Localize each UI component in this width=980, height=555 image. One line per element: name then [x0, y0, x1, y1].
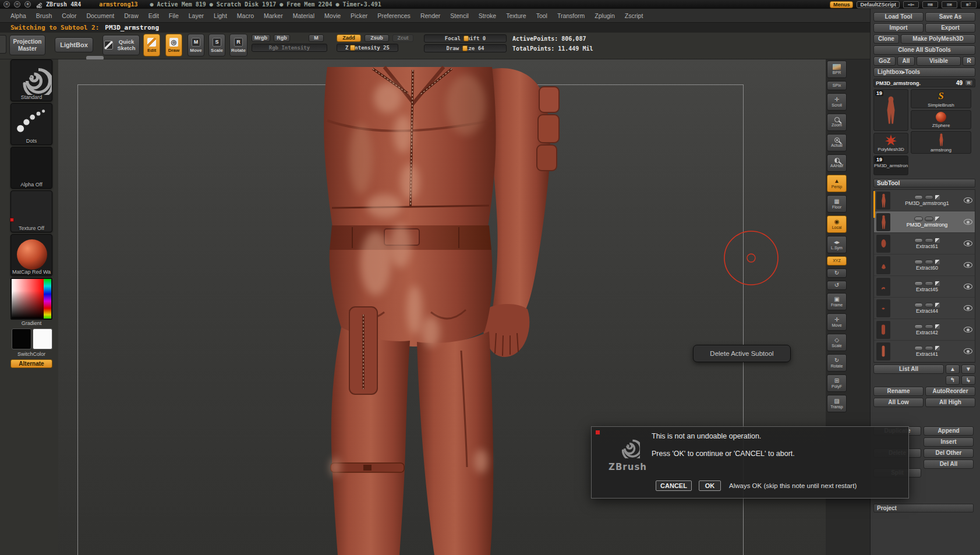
paint-brush-icon[interactable]	[935, 195, 940, 200]
draw-button[interactable]: Draw	[165, 34, 182, 56]
tool-r-button[interactable]: R	[965, 80, 973, 86]
current-tool-header[interactable]: PM3D_armstrong. 49 R	[873, 79, 975, 87]
spix-button[interactable]: SPix	[827, 81, 847, 90]
draw-size-slider[interactable]: Draw Size 64	[424, 44, 507, 52]
polypaint-toggle-icon[interactable]	[914, 281, 923, 286]
projection-master-button[interactable]: Projection Master	[9, 35, 45, 55]
visibility-eye-icon[interactable]	[964, 305, 972, 311]
menu-render[interactable]: Render	[420, 12, 440, 19]
rotate-button[interactable]: Rotate	[229, 34, 247, 56]
hue-strip[interactable]	[44, 279, 51, 319]
visibility-eye-icon[interactable]	[964, 348, 972, 354]
uv-toggle-icon[interactable]	[925, 281, 933, 286]
persp-button[interactable]: ▲Persp	[827, 175, 847, 192]
load-tool-button[interactable]: Load Tool	[873, 12, 924, 22]
menu-layer[interactable]: Layer	[189, 12, 204, 19]
goz-all-button[interactable]: All	[897, 56, 915, 66]
color-picker[interactable]	[10, 278, 52, 320]
lightbox-button[interactable]: LightBox	[55, 37, 93, 52]
list-all-button[interactable]: List All	[873, 365, 944, 374]
append-button[interactable]: Append	[924, 426, 974, 436]
paint-brush-icon[interactable]	[935, 260, 940, 264]
edit-button[interactable]: Edit	[143, 34, 160, 56]
stroke-selector[interactable]: Dots	[10, 103, 52, 145]
minimize-icon[interactable]: −	[14, 1, 20, 8]
menu-tool[interactable]: Tool	[536, 12, 547, 19]
menu-macro[interactable]: Macro	[237, 12, 254, 19]
record-icon[interactable]: ▤▦	[922, 1, 938, 8]
polypaint-toggle-icon[interactable]	[914, 324, 923, 329]
polypaint-toggle-icon[interactable]	[914, 260, 923, 264]
paint-brush-icon[interactable]	[935, 346, 940, 351]
help-icon[interactable]: ▦?	[961, 1, 977, 8]
visibility-eye-icon[interactable]	[964, 284, 972, 289]
cancel-button[interactable]: CANCEL	[656, 480, 692, 491]
del-all-button[interactable]: Del All	[924, 459, 974, 469]
subtool-section-header[interactable]: SubTool	[873, 179, 975, 188]
subtool-item[interactable]: Extract41	[874, 341, 975, 362]
menu-alpha[interactable]: Alpha	[10, 12, 26, 19]
paint-brush-icon[interactable]	[935, 217, 940, 221]
menu-light[interactable]: Light	[214, 12, 227, 19]
visibility-eye-icon[interactable]	[964, 262, 972, 268]
clone-button[interactable]: Clone	[873, 34, 899, 44]
move-button[interactable]: Move	[187, 34, 204, 56]
menu-color[interactable]: Color	[62, 12, 76, 19]
rename-button[interactable]: Rename	[873, 387, 924, 396]
subtool-item[interactable]: Extract60	[874, 254, 975, 276]
close-icon[interactable]: ✕	[3, 1, 10, 8]
polyframe-button[interactable]: ⊞PolyF	[827, 374, 847, 392]
main-color-swatch[interactable]	[12, 328, 31, 349]
menu-edit[interactable]: Edit	[148, 12, 159, 19]
tool-polymesh3d[interactable]: PolyMesh3D	[873, 133, 908, 154]
tool-simplebrush[interactable]: S SimpleBrush	[911, 89, 971, 108]
tool-zsphere[interactable]: ZSphere	[911, 110, 971, 129]
z-intensity-slider[interactable]: Z Intensity 25	[337, 44, 398, 52]
goz-visible-button[interactable]: Visible	[917, 56, 961, 66]
save-as-button[interactable]: Save As	[925, 12, 975, 22]
ok-button[interactable]: OK	[699, 480, 721, 491]
secondary-color-swatch[interactable]	[33, 328, 52, 349]
saturation-square[interactable]	[12, 279, 44, 319]
subtool-item[interactable]: PM3D_armstrong1	[874, 190, 975, 211]
zoom-window-icon[interactable]: +	[24, 1, 31, 8]
subtool-item-selected[interactable]: PM3D_armstrong	[874, 211, 975, 233]
uv-toggle-icon[interactable]	[925, 260, 933, 264]
xyz-button[interactable]: XYZ	[827, 256, 847, 266]
lightbox-tools-button[interactable]: Lightbox▸Tools	[873, 68, 975, 77]
polypaint-toggle-icon[interactable]	[914, 238, 923, 243]
frame-button[interactable]: ▣Frame	[827, 293, 847, 310]
quick-sketch-button[interactable]: Quick Sketch	[102, 35, 140, 55]
all-low-button[interactable]: All Low	[873, 398, 924, 407]
paint-brush-icon[interactable]	[935, 303, 940, 307]
alpha-selector[interactable]: Alpha Off	[10, 147, 52, 189]
alternate-button[interactable]: Alternate	[10, 359, 52, 368]
paint-brush-icon[interactable]	[935, 281, 940, 286]
gyro-2-button[interactable]: ↺	[827, 281, 847, 290]
menu-preferences[interactable]: Preferences	[377, 12, 411, 19]
menu-transform[interactable]: Transform	[557, 12, 585, 19]
project-section-header[interactable]: Project	[873, 504, 974, 512]
playback-icon[interactable]: ◄▮►	[903, 1, 919, 8]
uv-toggle-icon[interactable]	[925, 346, 933, 351]
export-button[interactable]: Export	[925, 23, 975, 33]
autoreorder-button[interactable]: AutoReorder	[925, 387, 975, 396]
del-other-button[interactable]: Del Other	[924, 448, 974, 458]
import-button[interactable]: Import	[873, 23, 924, 33]
zoom-button[interactable]: Zoom	[827, 114, 847, 131]
polypaint-toggle-icon[interactable]	[914, 217, 923, 221]
tool-slot-pm3d[interactable]: 19 PM3D_armstron	[873, 155, 908, 175]
mrgb-button[interactable]: Mrgb	[252, 34, 270, 42]
zcut-button[interactable]: Zcut	[392, 34, 413, 42]
move-subtool-up-button[interactable]: ↰	[946, 376, 960, 385]
polypaint-toggle-icon[interactable]	[914, 346, 923, 351]
brush-selector[interactable]: Standard	[10, 59, 52, 101]
polypaint-toggle-icon[interactable]	[914, 195, 923, 200]
uv-toggle-icon[interactable]	[925, 217, 933, 221]
floor-button[interactable]: ▦Floor	[827, 195, 847, 213]
uv-toggle-icon[interactable]	[925, 303, 933, 307]
visibility-eye-icon[interactable]	[964, 241, 972, 246]
paint-brush-icon[interactable]	[935, 324, 940, 329]
polypaint-toggle-icon[interactable]	[914, 303, 923, 307]
material-selector[interactable]: MatCap Red Wa	[10, 234, 52, 276]
